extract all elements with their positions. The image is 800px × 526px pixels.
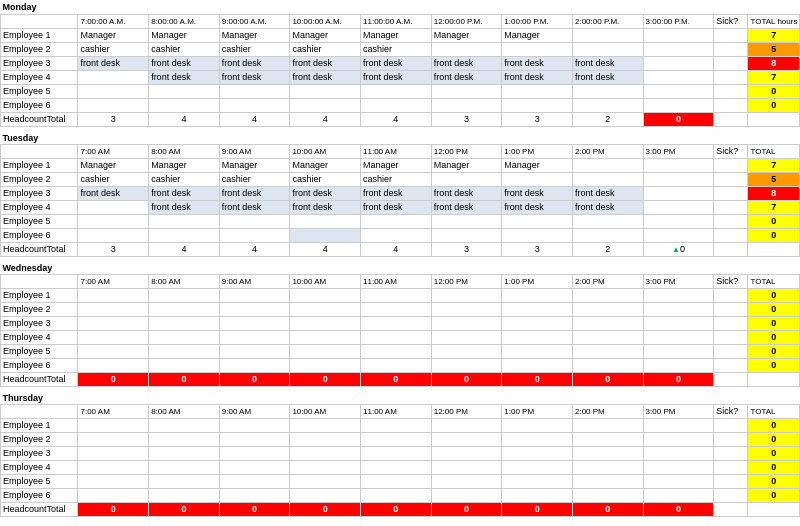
- headcount-cell: 0: [643, 502, 714, 516]
- shift-cell: [502, 172, 573, 186]
- shift-cell: front desk: [431, 200, 502, 214]
- headcount-cell: 0: [219, 372, 290, 386]
- headcount-cell: 0: [78, 372, 149, 386]
- sick-cell: [714, 56, 748, 70]
- employee-name: Employee 1: [1, 288, 78, 302]
- employee-row: Employee 5 0: [1, 214, 800, 228]
- shift-cell: [219, 446, 290, 460]
- headcount-total: [748, 112, 800, 126]
- shift-cell: [502, 446, 573, 460]
- shift-cell: [149, 214, 220, 228]
- headcount-label: HeadcountTotal: [1, 502, 78, 516]
- shift-cell: Manager: [431, 28, 502, 42]
- shift-cell: [361, 344, 432, 358]
- headcount-cell: 4: [290, 112, 361, 126]
- shift-cell: [290, 488, 361, 502]
- shift-cell: [643, 158, 714, 172]
- shift-cell: [78, 98, 149, 112]
- employee-row: Employee 2 0: [1, 432, 800, 446]
- employee-name: Employee 3: [1, 446, 78, 460]
- employee-name: Employee 2: [1, 302, 78, 316]
- shift-cell: [572, 488, 643, 502]
- shift-cell: [78, 84, 149, 98]
- sick-cell: [714, 432, 748, 446]
- headcount-cell: 0: [149, 502, 220, 516]
- employee-row: Employee 6 0: [1, 228, 800, 242]
- shift-cell: front desk: [219, 200, 290, 214]
- shift-cell: [219, 288, 290, 302]
- time-header-cell: 2:00:00 P.M.: [572, 14, 643, 28]
- employee-name: Employee 2: [1, 42, 78, 56]
- sick-cell: [714, 98, 748, 112]
- shift-cell: front desk: [78, 186, 149, 200]
- headcount-cell: 0: [431, 502, 502, 516]
- headcount-cell: 0: [219, 502, 290, 516]
- total-cell: 0: [748, 446, 800, 460]
- employee-name: Employee 6: [1, 488, 78, 502]
- employee-row: Employee 3 0: [1, 316, 800, 330]
- shift-cell: [149, 418, 220, 432]
- sick-header: Sick?: [714, 274, 748, 288]
- headcount-label: HeadcountTotal: [1, 112, 78, 126]
- headcount-cell: 0: [361, 372, 432, 386]
- shift-cell: [431, 358, 502, 372]
- shift-cell: front desk: [431, 186, 502, 200]
- shift-cell: [78, 214, 149, 228]
- shift-cell: [219, 488, 290, 502]
- employee-row: Employee 6 0: [1, 98, 800, 112]
- shift-cell: [431, 460, 502, 474]
- shift-cell: [502, 84, 573, 98]
- employee-name: Employee 3: [1, 186, 78, 200]
- headcount-sick: [714, 372, 748, 386]
- time-header-row: 7:00 AM8:00 AM9:00 AM10:00 AM11:00 AM12:…: [1, 144, 800, 158]
- time-header-cell: 11:00:00 A.M.: [361, 14, 432, 28]
- shift-cell: [78, 228, 149, 242]
- shift-cell: [149, 344, 220, 358]
- total-cell: 0: [748, 228, 800, 242]
- headcount-cell: 4: [219, 112, 290, 126]
- shift-cell: [502, 488, 573, 502]
- shift-cell: [643, 446, 714, 460]
- shift-cell: [219, 84, 290, 98]
- shift-cell: [290, 98, 361, 112]
- time-header-cell: 8:00 AM: [149, 404, 220, 418]
- shift-cell: [502, 288, 573, 302]
- sick-cell: [714, 28, 748, 42]
- headcount-cell: 0: [502, 372, 573, 386]
- shift-cell: [643, 228, 714, 242]
- time-header-cell: 7:00 AM: [78, 274, 149, 288]
- headcount-cell: 0: [361, 502, 432, 516]
- time-header-cell: 7:00 AM: [78, 144, 149, 158]
- sick-cell: [714, 228, 748, 242]
- shift-cell: [572, 288, 643, 302]
- employee-row: Employee 3front deskfront deskfront desk…: [1, 56, 800, 70]
- shift-cell: [502, 460, 573, 474]
- shift-cell: [502, 358, 573, 372]
- employee-name: Employee 6: [1, 358, 78, 372]
- empty-label-cell: [1, 14, 78, 28]
- shift-cell: [572, 84, 643, 98]
- shift-cell: [431, 344, 502, 358]
- time-header-cell: 9:00 AM: [219, 144, 290, 158]
- shift-cell: [502, 344, 573, 358]
- shift-cell: [502, 330, 573, 344]
- shift-cell: [219, 330, 290, 344]
- shift-cell: front desk: [572, 186, 643, 200]
- shift-cell: [643, 172, 714, 186]
- shift-cell: cashier: [361, 42, 432, 56]
- headcount-cell: 0: [572, 502, 643, 516]
- shift-cell: [219, 98, 290, 112]
- time-header-cell: 9:00:00 A.M.: [219, 14, 290, 28]
- headcount-label: HeadcountTotal: [1, 242, 78, 256]
- time-header-cell: 12:00 PM: [431, 404, 502, 418]
- shift-cell: [219, 432, 290, 446]
- shift-cell: [643, 42, 714, 56]
- shift-cell: cashier: [149, 42, 220, 56]
- headcount-cell: 0: [572, 372, 643, 386]
- time-header-cell: 11:00 AM: [361, 274, 432, 288]
- shift-cell: [78, 358, 149, 372]
- time-header-cell: 1:00 PM: [502, 404, 573, 418]
- headcount-cell: 0: [643, 372, 714, 386]
- shift-cell: [78, 200, 149, 214]
- time-header-cell: 10:00 AM: [290, 144, 361, 158]
